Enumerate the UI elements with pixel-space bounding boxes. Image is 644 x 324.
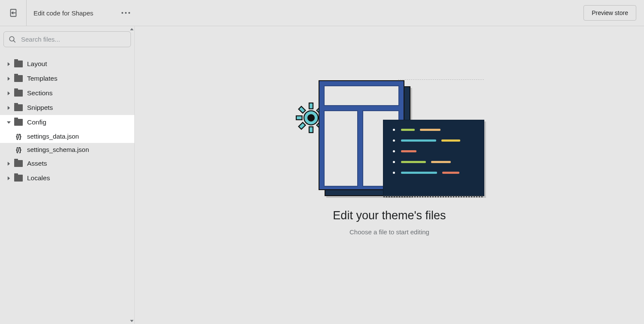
exit-icon	[9, 8, 18, 18]
folder-icon	[14, 75, 23, 82]
folder-assets[interactable]: Assets	[0, 156, 134, 171]
svg-rect-14	[309, 103, 313, 109]
caret-right-icon	[6, 106, 11, 110]
svg-rect-15	[309, 127, 313, 133]
svg-marker-4	[8, 62, 10, 66]
folder-icon	[14, 61, 23, 67]
search-files-box	[3, 31, 131, 47]
folder-templates[interactable]: Templates	[0, 71, 134, 86]
folder-locales[interactable]: Locales	[0, 171, 134, 185]
svg-point-22	[308, 115, 314, 121]
caret-right-icon	[6, 62, 11, 67]
scroll-up-arrow-icon[interactable]	[129, 26, 135, 32]
svg-marker-9	[8, 162, 10, 166]
svg-marker-11	[130, 28, 134, 30]
folder-label: Layout	[27, 60, 47, 68]
file-label: settings_data.json	[27, 133, 79, 140]
main-editor-area: Edit your theme's files Choose a file to…	[135, 26, 644, 324]
caret-right-icon	[6, 161, 11, 166]
folder-label: Templates	[27, 75, 58, 82]
folder-snippets[interactable]: Snippets	[0, 100, 134, 115]
folder-icon	[14, 175, 23, 182]
caret-right-icon	[6, 176, 11, 181]
svg-marker-12	[130, 320, 134, 322]
folder-config[interactable]: Config	[0, 115, 134, 130]
search-icon	[9, 36, 16, 43]
svg-marker-6	[8, 91, 10, 95]
svg-rect-20	[299, 122, 306, 129]
preview-store-button[interactable]: Preview store	[583, 5, 636, 21]
svg-point-2	[9, 36, 14, 41]
folder-icon	[14, 160, 23, 167]
header-bar: Edit code for Shapes Preview store	[0, 0, 644, 26]
search-input[interactable]	[3, 31, 131, 47]
json-file-icon: {/}	[14, 146, 23, 153]
more-actions-button[interactable]	[119, 9, 133, 16]
sidebar: Layout Templates Sections Snippets	[0, 26, 135, 324]
file-tree: Layout Templates Sections Snippets	[0, 50, 134, 185]
svg-rect-16	[296, 116, 302, 120]
svg-marker-7	[8, 106, 10, 110]
back-button[interactable]	[0, 0, 27, 26]
header-title-area: Edit code for Shapes	[27, 9, 583, 17]
caret-right-icon	[6, 91, 11, 96]
folder-label: Snippets	[27, 104, 53, 112]
svg-line-3	[13, 40, 15, 42]
folder-label: Sections	[27, 89, 52, 97]
json-file-icon: {/}	[14, 133, 23, 140]
scroll-down-arrow-icon[interactable]	[129, 318, 135, 324]
sidebar-scrollbar[interactable]	[129, 26, 135, 324]
svg-rect-18	[299, 106, 306, 113]
file-settings-schema[interactable]: {/} settings_schema.json	[0, 143, 134, 156]
folder-icon	[14, 104, 23, 111]
file-settings-data[interactable]: {/} settings_data.json	[0, 130, 134, 143]
folder-label: Assets	[27, 160, 47, 167]
file-label: settings_schema.json	[27, 146, 89, 153]
page-title: Edit code for Shapes	[33, 9, 93, 17]
caret-down-icon	[6, 120, 11, 125]
caret-right-icon	[6, 76, 11, 81]
folder-label: Locales	[27, 174, 50, 182]
svg-marker-8	[7, 121, 11, 123]
svg-marker-5	[8, 77, 10, 81]
folder-icon	[14, 119, 23, 126]
body: Layout Templates Sections Snippets	[0, 26, 644, 324]
folder-layout[interactable]: Layout	[0, 57, 134, 71]
empty-subheading: Choose a file to start editing	[349, 228, 429, 236]
folder-icon	[14, 90, 23, 97]
svg-marker-10	[8, 176, 10, 180]
folder-label: Config	[27, 118, 46, 126]
folder-sections[interactable]: Sections	[0, 86, 134, 100]
empty-illustration	[295, 80, 484, 200]
empty-heading: Edit your theme's files	[333, 209, 446, 222]
